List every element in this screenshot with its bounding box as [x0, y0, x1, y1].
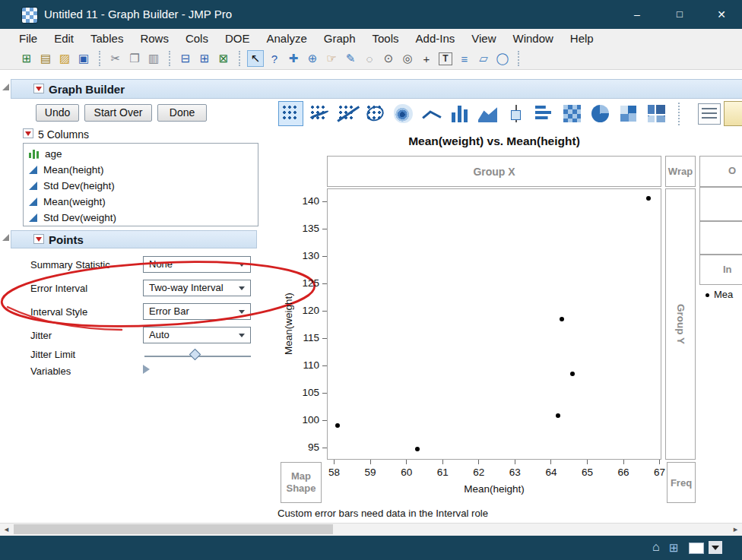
menu-analyze[interactable]: Analyze [258, 29, 315, 48]
error-interval-label: Error Interval [30, 283, 87, 294]
ellipse-icon[interactable] [363, 101, 388, 126]
columns-menu-icon[interactable] [23, 128, 33, 138]
pie-icon[interactable] [588, 101, 613, 126]
column-item[interactable]: Mean(weight) [24, 194, 258, 210]
globe-tool-icon[interactable]: ⊕ [304, 50, 321, 67]
undo-button[interactable]: Undo [36, 104, 79, 122]
wrap-zone[interactable]: Wrap [665, 156, 696, 187]
zoom-in-tool-icon[interactable]: ◎ [399, 50, 416, 67]
column-item[interactable]: Mean(height) [24, 162, 258, 178]
treemap-icon[interactable] [616, 101, 641, 126]
oval-annotate-tool-icon[interactable]: ◯ [494, 50, 511, 67]
continuous-column-icon [29, 198, 37, 206]
done-button[interactable]: Done [157, 104, 207, 122]
summary-statistic-select[interactable]: None [143, 256, 251, 273]
text-annotate-tool-icon[interactable]: T [439, 52, 452, 65]
close-button[interactable]: ✕ [701, 0, 742, 29]
group-y-zone[interactable]: Group Y [665, 188, 696, 460]
plot-area[interactable] [327, 188, 661, 460]
freq-zone[interactable]: Freq [667, 462, 696, 503]
jitter-limit-slider-thumb[interactable] [189, 349, 201, 361]
start-over-button[interactable]: Start Over [84, 104, 152, 122]
outline-disclosure-icon[interactable] [2, 234, 9, 241]
scroll-left-icon[interactable]: ◂ [0, 523, 13, 536]
menu-file[interactable]: File [11, 29, 46, 48]
move-tool-icon[interactable]: ✚ [285, 50, 302, 67]
new-data-table-icon[interactable]: ⊞ [18, 50, 35, 67]
minimize-button[interactable]: – [616, 0, 658, 29]
points-icon[interactable] [278, 101, 303, 126]
jitter-select[interactable]: Auto [143, 327, 251, 343]
right-zone-cut[interactable] [699, 187, 742, 221]
columns-list: ageMean(height)Std Dev(height)Mean(weigh… [23, 143, 258, 226]
interval-zone-label-partial: In [723, 264, 732, 275]
column-item[interactable]: Std Dev(height) [24, 178, 258, 194]
line-icon[interactable] [419, 101, 444, 126]
menu-cols[interactable]: Cols [177, 29, 217, 48]
menu-view[interactable]: View [463, 29, 504, 48]
lasso-tool-icon[interactable]: ◌ [361, 50, 378, 67]
scrollbar-thumb[interactable] [14, 524, 333, 534]
menu-doe[interactable]: DOE [217, 29, 258, 48]
variables-disclosure-icon[interactable] [143, 365, 150, 374]
line-of-fit-icon[interactable] [335, 101, 360, 126]
open-icon[interactable]: ▨ [56, 50, 73, 67]
interval-zone-cut[interactable] [699, 255, 742, 285]
menu-help[interactable]: Help [562, 29, 602, 48]
save-icon[interactable]: ▣ [75, 50, 92, 67]
element-palette [278, 101, 742, 126]
column-item[interactable]: Std Dev(weight) [24, 210, 258, 226]
subset-table-icon[interactable]: ⊞ [196, 50, 213, 67]
bar-icon[interactable] [447, 101, 472, 126]
formula-icon[interactable] [724, 101, 742, 126]
x-tick-label: 59 [361, 467, 379, 478]
new-journal-icon[interactable]: ▤ [37, 50, 54, 67]
palette-separator [678, 103, 680, 125]
crosshair-tool-icon[interactable]: + [418, 50, 435, 67]
magnifier-tool-icon[interactable]: ⊙ [380, 50, 397, 67]
histogram-icon[interactable] [531, 101, 556, 126]
box-plot-icon[interactable] [503, 101, 528, 126]
polygon-annotate-tool-icon[interactable]: ▱ [475, 50, 492, 67]
arrow-tool-icon[interactable]: ↖ [247, 50, 264, 67]
mosaic-icon[interactable] [644, 101, 669, 126]
column-item[interactable]: age [24, 146, 258, 162]
smoother-icon[interactable] [306, 101, 331, 126]
summary-table-icon[interactable]: ⊟ [177, 50, 194, 67]
graph-builder-menu-icon[interactable] [33, 84, 44, 93]
paste-icon[interactable]: ▥ [145, 50, 162, 67]
contour-icon[interactable] [391, 101, 416, 126]
group-x-zone[interactable]: Group X [327, 156, 661, 187]
line-annotate-tool-icon[interactable]: ≡ [456, 50, 473, 67]
home-window-icon[interactable]: ⌂ [652, 540, 660, 554]
area-icon[interactable] [475, 101, 500, 126]
menu-tables[interactable]: Tables [82, 29, 132, 48]
maximize-button[interactable]: □ [658, 0, 701, 29]
brush-tool-icon[interactable]: ✎ [342, 50, 359, 67]
y-tick-label: 125 [295, 277, 319, 289]
interval-style-select[interactable]: Error Bar [143, 303, 251, 320]
scroll-right-icon[interactable]: ▸ [729, 523, 742, 536]
y-tick-mark [322, 365, 327, 366]
join-table-icon[interactable]: ⊠ [215, 50, 232, 67]
menu-rows[interactable]: Rows [132, 29, 177, 48]
error-interval-select[interactable]: Two-way Interval [143, 280, 251, 296]
copy-icon[interactable]: ❐ [126, 50, 143, 67]
caption-box-icon[interactable] [698, 103, 721, 125]
hand-tool-icon[interactable]: ☞ [323, 50, 340, 67]
outline-disclosure-icon[interactable] [2, 84, 9, 90]
menu-edit[interactable]: Edit [46, 29, 82, 48]
data-table-window-icon[interactable]: ⊞ [669, 541, 679, 555]
right-zone-cut[interactable] [699, 221, 742, 255]
menu-graph[interactable]: Graph [316, 29, 364, 48]
help-tool-icon[interactable]: ? [266, 50, 283, 67]
points-menu-icon[interactable] [33, 234, 44, 244]
window-list-box[interactable] [689, 543, 704, 554]
window-dropdown-icon[interactable] [709, 541, 722, 554]
menu-window[interactable]: Window [505, 29, 562, 48]
map-shape-zone[interactable]: Map Shape [281, 462, 322, 503]
heatmap-icon[interactable] [560, 101, 585, 126]
cut-icon[interactable]: ✂ [107, 50, 124, 67]
menu-addins[interactable]: Add-Ins [407, 29, 464, 48]
menu-tools[interactable]: Tools [364, 29, 407, 48]
